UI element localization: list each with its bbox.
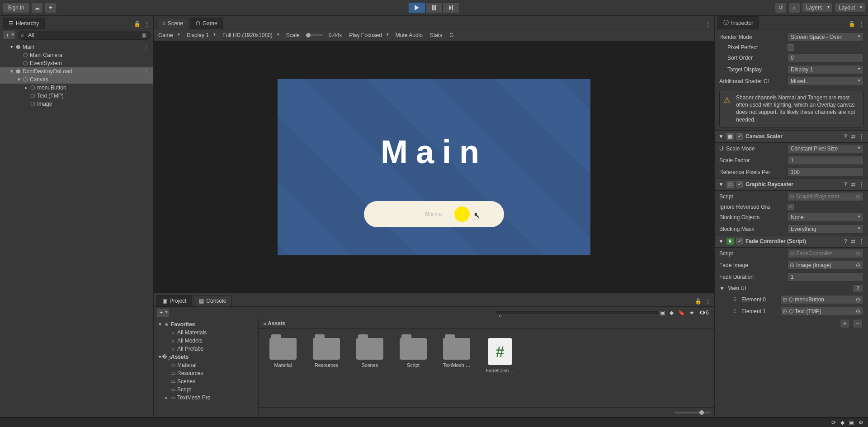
project-tree-item[interactable]: ▼�ېAssets: [154, 353, 258, 361]
preset-icon[interactable]: ⇄: [851, 238, 855, 244]
play-button[interactable]: [408, 2, 425, 13]
hierarchy-tab[interactable]: ☰ Hierarchy: [3, 18, 45, 29]
step-button[interactable]: [443, 2, 460, 13]
project-tree-item[interactable]: ⌕All Materials: [154, 328, 258, 337]
create-asset-dropdown[interactable]: +: [156, 308, 170, 317]
asset-item[interactable]: #FadeContr…: [485, 338, 515, 373]
game-canvas[interactable]: Main Menu ↖: [278, 79, 590, 255]
status-icon[interactable]: ◆: [840, 419, 844, 426]
asset-item[interactable]: TextMesh …: [441, 338, 472, 373]
ref-pixels-input[interactable]: 100: [788, 168, 863, 177]
stats-toggle[interactable]: Stats: [428, 31, 444, 39]
hierarchy-search-input[interactable]: All ▣: [18, 31, 151, 40]
console-tab[interactable]: ▤ Console: [193, 295, 232, 306]
scale-mode-dropdown[interactable]: Constant Pixel Size: [788, 144, 863, 153]
grid-zoom-slider[interactable]: [675, 412, 711, 413]
menu-icon[interactable]: ⋮: [859, 133, 864, 140]
status-icon[interactable]: ⟳: [831, 419, 836, 426]
fade-duration-input[interactable]: 1: [788, 272, 863, 282]
project-tree-item[interactable]: ⌕All Prefabs: [154, 345, 258, 353]
gizmos-toggle[interactable]: G: [448, 31, 455, 39]
fade-controller-header[interactable]: ▼ # ✓ Fade Controller (Script) ?⇄⋮: [715, 235, 868, 248]
create-dropdown[interactable]: +: [3, 31, 16, 40]
asset-item[interactable]: Resources: [311, 338, 342, 373]
cloud-icon[interactable]: ☁: [31, 2, 43, 13]
hierarchy-item[interactable]: ⬡ EventSystem: [0, 59, 153, 67]
fade-image-ref[interactable]: Image (Image): [788, 261, 863, 270]
sign-in-button[interactable]: Sign in: [3, 2, 29, 13]
status-icon[interactable]: ⚙: [859, 419, 863, 426]
pixel-perfect-checkbox[interactable]: [788, 44, 794, 51]
hierarchy-item[interactable]: ▼ ⬢ DontDestroyOnLoad ⋮: [0, 67, 153, 75]
panel-menu-icon[interactable]: ⋮: [705, 298, 711, 305]
project-tree-item[interactable]: ▭Material: [154, 361, 258, 369]
status-icon[interactable]: ▣: [849, 419, 854, 426]
scale-factor-input[interactable]: 1: [788, 156, 863, 165]
asset-item[interactable]: Script: [398, 338, 429, 373]
game-tab[interactable]: ᗝ Game: [190, 18, 223, 29]
element-ref[interactable]: ⬡ menuButton: [780, 295, 863, 304]
scale-slider[interactable]: [305, 34, 323, 36]
lock-icon[interactable]: 🔓: [134, 21, 141, 27]
display-dropdown[interactable]: Display 1: [185, 31, 217, 39]
project-tree-item[interactable]: ▼★Favorites: [154, 320, 258, 328]
fade-enabled[interactable]: ✓: [736, 238, 743, 244]
resolution-dropdown[interactable]: Full HD (1920x1080): [221, 31, 281, 39]
focus-dropdown[interactable]: Play Focused: [347, 31, 390, 39]
hierarchy-item[interactable]: ⬡ Image: [0, 100, 153, 108]
caret-down-icon[interactable]: ▼: [719, 285, 725, 291]
save-search-icon[interactable]: 🔖: [678, 310, 685, 316]
array-size-input[interactable]: 2: [852, 284, 863, 292]
camera-dropdown[interactable]: Game: [156, 31, 181, 39]
search-global-icon[interactable]: ⌕: [788, 2, 800, 13]
array-remove-button[interactable]: −: [853, 319, 863, 328]
lock-icon[interactable]: 🔓: [849, 21, 855, 27]
menu-icon[interactable]: ⋮: [859, 238, 864, 244]
element-ref[interactable]: ⬡ Text (TMP): [780, 307, 863, 316]
inspector-tab[interactable]: ⓘ Inspector: [717, 16, 759, 29]
preset-icon[interactable]: ⇄: [851, 181, 855, 188]
blocking-objects-dropdown[interactable]: None: [788, 213, 863, 222]
asset-item[interactable]: Scenes: [354, 338, 385, 373]
hierarchy-item[interactable]: ▼ ⬢ Main ⋮: [0, 43, 153, 51]
undo-history-icon[interactable]: ↺: [775, 2, 787, 13]
shader-channels-dropdown[interactable]: Mixed...: [788, 77, 863, 86]
favorite-icon[interactable]: ★: [689, 310, 694, 316]
project-tree-item[interactable]: ▭Resources: [154, 369, 258, 377]
project-tree-item[interactable]: ▭Scenes: [154, 377, 258, 385]
panel-menu-icon[interactable]: ⋮: [144, 21, 150, 27]
panel-menu-icon[interactable]: ⋮: [859, 21, 864, 27]
fade-script-ref[interactable]: FadeController: [788, 249, 863, 258]
raycaster-script-ref[interactable]: GraphicRaycaster: [788, 192, 863, 201]
search-menu-icon[interactable]: ▣: [142, 32, 146, 38]
project-tree-item[interactable]: ▸▭TextMesh Pro: [154, 394, 258, 402]
blocking-mask-dropdown[interactable]: Everything: [788, 225, 863, 234]
array-add-button[interactable]: +: [840, 319, 850, 328]
render-mode-dropdown[interactable]: Screen Space - Overl: [788, 33, 863, 42]
lock-icon[interactable]: 🔓: [695, 298, 702, 305]
panel-menu-icon[interactable]: ⋮: [705, 21, 711, 27]
hierarchy-item[interactable]: ▸ ⬡ menuButton: [0, 84, 153, 92]
vcs-icon[interactable]: ✦: [45, 2, 57, 13]
canvas-scaler-header[interactable]: ▼ ▦ ✓ Canvas Scaler ?⇄⋮: [715, 130, 868, 143]
hierarchy-item[interactable]: ⬡ Main Camera: [0, 51, 153, 59]
project-breadcrumb[interactable]: ◂ Assets: [259, 319, 714, 329]
project-search-input[interactable]: [495, 311, 658, 314]
preview-menu-button[interactable]: Menu ↖: [364, 201, 504, 227]
project-tab[interactable]: ▣ Project: [156, 295, 192, 306]
mute-audio-toggle[interactable]: Mute Audio: [394, 31, 425, 39]
layers-dropdown[interactable]: Layers: [802, 3, 833, 13]
help-icon[interactable]: ?: [844, 238, 847, 244]
layout-dropdown[interactable]: Layout: [835, 3, 865, 13]
ignore-reversed-checkbox[interactable]: ✓: [788, 204, 794, 210]
raycaster-enabled[interactable]: ✓: [736, 181, 743, 188]
scene-tab[interactable]: ⌗ Scene: [156, 18, 189, 29]
project-tree-item[interactable]: ⌕All Models: [154, 337, 258, 345]
pause-button[interactable]: [425, 2, 443, 13]
raycaster-header[interactable]: ▼ □ ✓ Graphic Raycaster ?⇄⋮: [715, 178, 868, 191]
project-tree-item[interactable]: ▭Script: [154, 385, 258, 394]
hierarchy-item[interactable]: ▼ ⬡ Canvas: [0, 75, 153, 84]
hidden-icon[interactable]: 👁‍🗨6: [699, 310, 709, 316]
sort-order-input[interactable]: 0: [788, 53, 863, 62]
help-icon[interactable]: ?: [844, 181, 847, 188]
